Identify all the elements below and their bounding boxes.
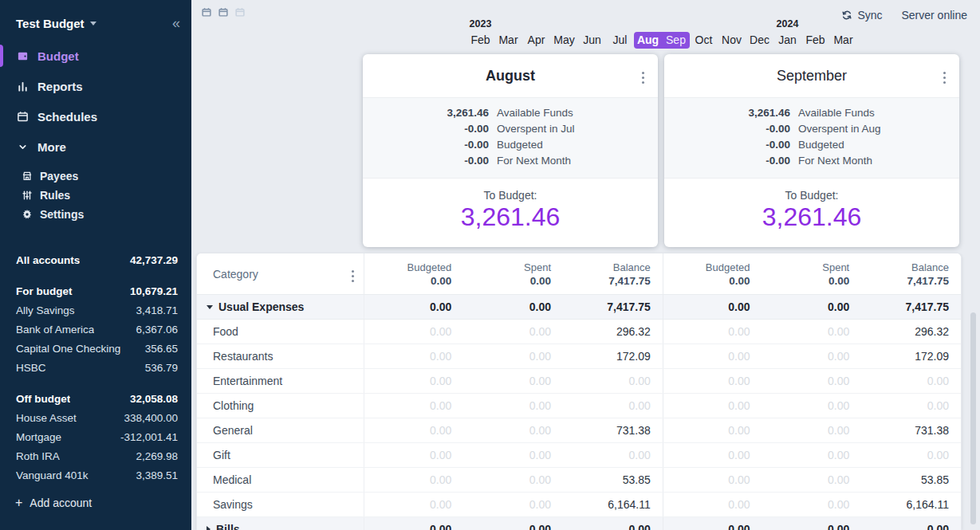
balance-cell[interactable]: 0.00 bbox=[861, 394, 961, 418]
month-menu-icon[interactable] bbox=[943, 70, 946, 84]
month-button-oct-8[interactable]: Oct bbox=[690, 32, 718, 49]
month-button-aug-6[interactable]: Aug bbox=[634, 32, 662, 49]
budgeted-cell[interactable]: 0.00 bbox=[364, 493, 464, 516]
spent-cell[interactable]: 0.00 bbox=[762, 493, 862, 516]
month-button-jun-4[interactable]: Jun bbox=[578, 32, 606, 49]
sidebar-item-more[interactable]: More bbox=[0, 132, 191, 162]
calendar-2-months-icon[interactable] bbox=[218, 7, 229, 18]
budgeted-cell[interactable]: 0.00 bbox=[364, 295, 464, 319]
server-status[interactable]: Server online bbox=[902, 9, 968, 22]
summary-amount[interactable]: 3,261.46 bbox=[664, 105, 790, 121]
account-row-house-asset[interactable]: House Asset338,400.00 bbox=[0, 408, 191, 427]
budgeted-cell[interactable]: 0.00 bbox=[663, 493, 762, 516]
month-button-feb-0[interactable]: Feb bbox=[466, 32, 494, 49]
calendar-3-months-icon[interactable] bbox=[234, 7, 246, 18]
balance-cell[interactable]: 53.85 bbox=[861, 468, 961, 492]
budgeted-cell[interactable]: 0.00 bbox=[663, 418, 762, 442]
balance-cell[interactable]: 0.00 bbox=[563, 369, 663, 393]
spent-cell[interactable]: 0.00 bbox=[463, 344, 563, 368]
summary-amount[interactable]: -0.00 bbox=[363, 137, 489, 153]
month-button-mar-1[interactable]: Mar bbox=[494, 32, 522, 49]
sidebar-item-reports[interactable]: Reports bbox=[0, 71, 191, 101]
summary-amount[interactable]: -0.00 bbox=[664, 121, 790, 137]
expanded-triangle-icon[interactable] bbox=[207, 305, 213, 309]
month-button-feb-12[interactable]: Feb bbox=[801, 32, 829, 49]
balance-cell[interactable]: 7,417.75 bbox=[563, 295, 663, 319]
budgeted-cell[interactable]: 0.00 bbox=[364, 468, 464, 492]
balance-cell[interactable]: 172.09 bbox=[861, 344, 961, 368]
category-name-cell[interactable]: Clothing bbox=[197, 394, 364, 418]
spent-cell[interactable]: 0.00 bbox=[463, 394, 563, 418]
budgeted-cell[interactable]: 0.00 bbox=[364, 369, 464, 393]
add-account-button[interactable]: + Add account bbox=[0, 497, 191, 509]
budgeted-cell[interactable]: 0.00 bbox=[364, 394, 464, 418]
category-name-cell[interactable]: Usual Expenses bbox=[197, 295, 364, 319]
account-row-roth-ira[interactable]: Roth IRA2,269.98 bbox=[0, 446, 191, 465]
summary-amount[interactable]: -0.00 bbox=[664, 153, 790, 169]
spent-cell[interactable]: 0.00 bbox=[463, 517, 563, 530]
budgeted-cell[interactable]: 0.00 bbox=[663, 517, 762, 530]
month-button-may-3[interactable]: May bbox=[550, 32, 578, 49]
account-row-ally-savings[interactable]: Ally Savings3,418.71 bbox=[0, 300, 191, 320]
sidebar-item-rules[interactable]: Rules bbox=[0, 186, 191, 205]
budget-file-switcher[interactable]: Test Budget bbox=[16, 17, 96, 30]
to-budget-amount[interactable]: 3,261.46 bbox=[762, 202, 862, 232]
account-group-header-off-budget[interactable]: Off budget32,058.08 bbox=[0, 389, 191, 408]
scrollbar-thumb[interactable] bbox=[970, 312, 976, 524]
category-name-cell[interactable]: Bills bbox=[197, 517, 364, 530]
all-accounts-row[interactable]: All accounts42,737.29 bbox=[0, 250, 191, 269]
balance-cell[interactable]: 731.38 bbox=[563, 418, 663, 442]
spent-cell[interactable]: 0.00 bbox=[463, 369, 563, 393]
account-row-bank-of-america[interactable]: Bank of America6,367.06 bbox=[0, 320, 191, 339]
balance-cell[interactable]: 0.00 bbox=[861, 369, 961, 393]
balance-cell[interactable]: 731.38 bbox=[861, 418, 961, 442]
spent-cell[interactable]: 0.00 bbox=[463, 468, 563, 492]
budgeted-cell[interactable]: 0.00 bbox=[364, 320, 464, 344]
collapse-sidebar-button[interactable]: « bbox=[172, 16, 180, 30]
sidebar-item-payees[interactable]: Payees bbox=[0, 167, 191, 186]
spent-cell[interactable]: 0.00 bbox=[463, 418, 563, 442]
balance-cell[interactable]: 0.00 bbox=[861, 443, 961, 467]
budgeted-cell[interactable]: 0.00 bbox=[663, 344, 762, 368]
balance-cell[interactable]: 296.32 bbox=[861, 320, 961, 344]
category-name-cell[interactable]: Food bbox=[197, 320, 364, 344]
balance-cell[interactable]: 0.00 bbox=[861, 517, 961, 530]
category-name-cell[interactable]: Savings bbox=[197, 493, 364, 516]
month-button-jan-11[interactable]: Jan bbox=[773, 32, 801, 49]
summary-amount[interactable]: 3,261.46 bbox=[363, 105, 489, 121]
balance-cell[interactable]: 7,417.75 bbox=[861, 295, 961, 319]
spent-cell[interactable]: 0.00 bbox=[762, 418, 862, 442]
column-header-spent-0[interactable]: Spent0.00 bbox=[463, 253, 563, 294]
summary-amount[interactable]: -0.00 bbox=[664, 137, 790, 153]
spent-cell[interactable]: 0.00 bbox=[463, 295, 563, 319]
spent-cell[interactable]: 0.00 bbox=[463, 443, 563, 467]
spent-cell[interactable]: 0.00 bbox=[762, 394, 862, 418]
spent-cell[interactable]: 0.00 bbox=[762, 443, 862, 467]
budgeted-cell[interactable]: 0.00 bbox=[364, 517, 464, 530]
balance-cell[interactable]: 0.00 bbox=[563, 517, 663, 530]
category-menu-icon[interactable] bbox=[352, 269, 354, 283]
spent-cell[interactable]: 0.00 bbox=[463, 320, 563, 344]
month-button-nov-9[interactable]: Nov bbox=[718, 32, 746, 49]
column-header-balance-1[interactable]: Balance7,417.75 bbox=[861, 253, 961, 294]
column-header-spent-1[interactable]: Spent0.00 bbox=[762, 253, 862, 294]
category-name-cell[interactable]: General bbox=[197, 418, 364, 442]
to-budget-amount[interactable]: 3,261.46 bbox=[461, 202, 561, 232]
month-button-mar-13[interactable]: Mar bbox=[829, 32, 857, 49]
balance-cell[interactable]: 172.09 bbox=[563, 344, 663, 368]
month-button-jul-5[interactable]: Jul bbox=[606, 32, 634, 49]
spent-cell[interactable]: 0.00 bbox=[762, 468, 862, 492]
calendar-1-month-icon[interactable] bbox=[201, 7, 212, 18]
summary-amount[interactable]: -0.00 bbox=[363, 153, 489, 169]
sidebar-item-schedules[interactable]: Schedules bbox=[0, 101, 191, 132]
sidebar-item-budget[interactable]: Budget bbox=[0, 41, 191, 71]
budgeted-cell[interactable]: 0.00 bbox=[663, 468, 762, 492]
balance-cell[interactable]: 0.00 bbox=[563, 394, 663, 418]
account-group-header-for-budget[interactable]: For budget10,679.21 bbox=[0, 281, 191, 300]
spent-cell[interactable]: 0.00 bbox=[762, 369, 862, 393]
spent-cell[interactable]: 0.00 bbox=[762, 517, 862, 530]
account-row-mortgage[interactable]: Mortgage-312,001.41 bbox=[0, 427, 191, 446]
account-row-capital-one-checking[interactable]: Capital One Checking356.65 bbox=[0, 339, 191, 358]
month-menu-icon[interactable] bbox=[642, 70, 644, 84]
account-row-hsbc[interactable]: HSBC536.79 bbox=[0, 358, 191, 377]
